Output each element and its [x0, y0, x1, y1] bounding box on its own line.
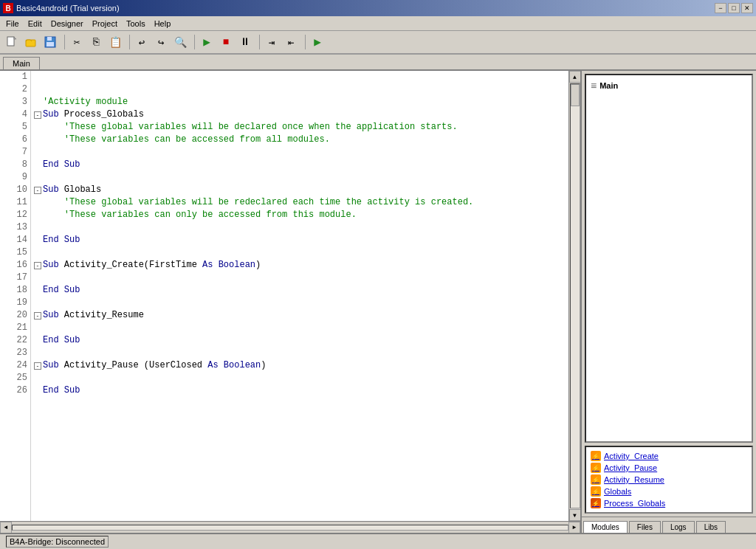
nav-label-process-globals: Process_Globals [604, 499, 665, 508]
code-line-21[interactable] [34, 347, 566, 359]
line-num-16: 16 [3, 259, 27, 272]
compile-button[interactable]: ▶ [309, 33, 326, 51]
line-num-20: 20 [3, 309, 27, 322]
scroll-up-button[interactable]: ▲ [569, 71, 581, 83]
line-num-18: 18 [3, 284, 27, 297]
new-button[interactable] [3, 33, 21, 51]
open-button[interactable] [22, 33, 40, 51]
copy-button[interactable]: ⎘ [87, 33, 105, 51]
tab-main[interactable]: Main [3, 57, 40, 69]
code-line-20[interactable]: End Sub [34, 334, 566, 347]
find-button[interactable]: 🔍 [171, 33, 189, 51]
code-line-9[interactable]: 'These global variables will be redeclar… [34, 196, 566, 209]
code-line-19[interactable] [34, 322, 566, 334]
nav-activity-resume[interactable]: ⚡ Activity_Resume [589, 474, 749, 486]
code-line-25[interactable] [34, 397, 566, 410]
code-line-14[interactable]: -Sub Activity_Create(FirstTime As Boolea… [34, 259, 566, 272]
line-num-3: 3 [3, 96, 27, 108]
code-editor: 1234567891011121314151617181920212223242… [0, 71, 582, 533]
code-line-8[interactable]: -Sub Globals [34, 184, 566, 196]
close-button[interactable]: ✕ [741, 3, 753, 13]
svg-marker-1 [14, 37, 16, 39]
code-text-4: 'These variables can be accessed from al… [43, 134, 330, 146]
tab-modules[interactable]: Modules [583, 521, 628, 533]
indent-button[interactable]: ⇥ [263, 33, 281, 51]
line-num-11: 11 [3, 196, 27, 209]
code-line-18[interactable]: -Sub Activity_Resume [34, 309, 566, 322]
status-text: B4A-Bridge: Disconnected [6, 536, 109, 548]
menu-tools[interactable]: Tools [122, 18, 150, 30]
line-num-6: 6 [3, 134, 27, 146]
collapse-btn-14[interactable]: - [34, 262, 41, 269]
nav-activity-pause[interactable]: ⚡ Activity_Pause [589, 462, 749, 474]
code-line-5[interactable] [34, 146, 566, 159]
scroll-down-button[interactable]: ▼ [569, 509, 581, 521]
line-num-7: 7 [3, 146, 27, 159]
code-text-20: End Sub [43, 334, 80, 347]
code-line-15[interactable] [34, 272, 566, 284]
maximize-button[interactable]: □ [728, 3, 740, 13]
code-line-24[interactable]: End Sub [34, 384, 566, 397]
save-button[interactable] [41, 33, 59, 51]
code-text-24: End Sub [43, 384, 80, 397]
nav-icon-globals: ⚡ [591, 486, 601, 497]
scroll-left-button[interactable]: ◄ [0, 522, 12, 534]
menu-designer[interactable]: Designer [47, 18, 88, 30]
minimize-button[interactable]: − [715, 3, 726, 13]
collapse-btn-8[interactable]: - [34, 187, 41, 194]
code-line-23[interactable] [34, 372, 566, 384]
tab-files[interactable]: Files [629, 521, 661, 533]
stop-button[interactable]: ■ [217, 33, 235, 51]
h-scroll-track[interactable] [12, 525, 568, 531]
undo-button[interactable]: ↩ [133, 33, 151, 51]
code-text-18: Sub Activity_Resume [43, 309, 144, 322]
code-line-13[interactable] [34, 246, 566, 259]
code-line-26[interactable] [34, 410, 566, 422]
code-lines[interactable]: 'Activity module-Sub Process_Globals 'Th… [31, 71, 568, 521]
nav-icon-activity-pause: ⚡ [591, 463, 601, 473]
code-text-2: Sub Process_Globals [43, 108, 144, 121]
pause-button[interactable]: ⏸ [236, 33, 254, 51]
nav-globals[interactable]: ⚡ Globals [589, 486, 749, 497]
menu-edit[interactable]: Edit [24, 18, 47, 30]
code-text-22: Sub Activity_Pause (UserClosed As Boolea… [43, 359, 266, 372]
collapse-btn-2[interactable]: - [34, 111, 41, 119]
code-line-10[interactable]: 'These variables can only be accessed fr… [34, 209, 566, 221]
code-line-3[interactable]: 'These global variables will be declared… [34, 121, 566, 134]
menu-file[interactable]: File [1, 18, 24, 30]
nav-activity-create[interactable]: ⚡ Activity_Create [589, 450, 749, 462]
line-num-10: 10 [3, 184, 27, 196]
tab-logs[interactable]: Logs [662, 521, 695, 533]
line-num-8: 8 [3, 159, 27, 171]
code-line-7[interactable] [34, 171, 566, 184]
svg-rect-5 [47, 42, 54, 46]
outdent-button[interactable]: ⇤ [282, 33, 300, 51]
code-line-22[interactable]: -Sub Activity_Pause (UserClosed As Boole… [34, 359, 566, 372]
code-line-11[interactable] [34, 221, 566, 234]
menu-help[interactable]: Help [150, 18, 176, 30]
redo-button[interactable]: ↪ [152, 33, 170, 51]
nav-label-activity-create: Activity_Create [604, 452, 659, 460]
code-line-16[interactable]: End Sub [34, 284, 566, 297]
cut-button[interactable]: ✂ [68, 33, 86, 51]
modules-icon: ≡ [591, 80, 597, 92]
title-bar: B Basic4android (Trial version) − □ ✕ [0, 0, 756, 16]
code-line-1[interactable]: 'Activity module [34, 96, 566, 108]
code-line-12[interactable]: End Sub [34, 234, 566, 246]
code-line-6[interactable]: End Sub [34, 159, 566, 171]
code-text-12: End Sub [43, 234, 80, 246]
collapse-btn-22[interactable]: - [34, 362, 41, 370]
horizontal-scrollbar[interactable]: ◄ ► [0, 521, 580, 533]
vertical-scrollbar[interactable]: ▲ ▼ [568, 71, 580, 521]
paste-button[interactable]: 📋 [106, 33, 124, 51]
nav-process-globals[interactable]: ⚡ Process_Globals [589, 497, 749, 509]
code-content: 1234567891011121314151617181920212223242… [0, 71, 580, 521]
collapse-btn-18[interactable]: - [34, 312, 41, 320]
code-line-4[interactable]: 'These variables can be accessed from al… [34, 134, 566, 146]
code-line-17[interactable] [34, 297, 566, 309]
menu-project[interactable]: Project [88, 18, 122, 30]
scroll-right-button[interactable]: ► [568, 522, 580, 534]
run-button[interactable]: ▶ [198, 33, 216, 51]
code-line-2[interactable]: -Sub Process_Globals [34, 108, 566, 121]
tab-libs[interactable]: Libs [696, 521, 726, 533]
